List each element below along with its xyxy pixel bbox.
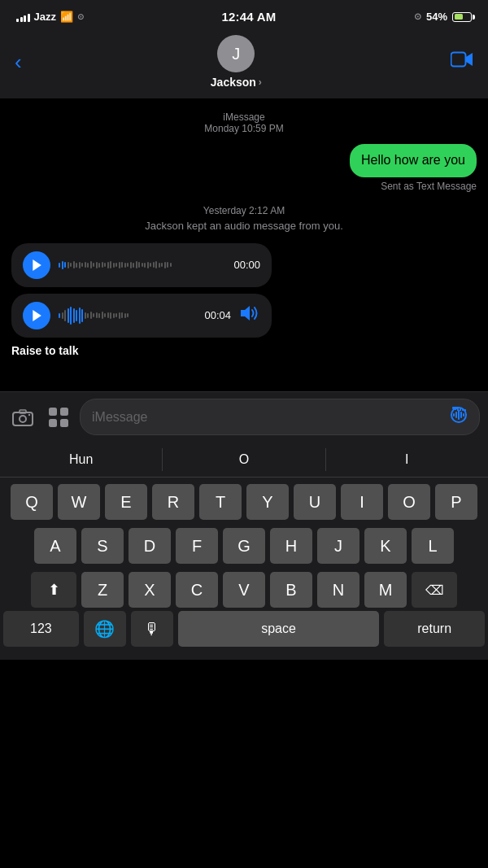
time-display: 12:44 AM: [222, 10, 277, 24]
message-placeholder[interactable]: iMessage: [92, 410, 443, 425]
status-bar: Jazz 📶 ⊙ 12:44 AM ⊙ 54%: [0, 0, 488, 28]
apps-button[interactable]: [44, 403, 73, 432]
key-a[interactable]: A: [34, 528, 76, 564]
camera-button[interactable]: [8, 403, 37, 432]
raise-to-talk-label: Raise to talk: [11, 344, 477, 357]
svg-rect-23: [460, 412, 462, 418]
svg-rect-11: [60, 419, 68, 427]
back-button[interactable]: ‹: [15, 50, 22, 75]
mic-key[interactable]: 🎙: [131, 611, 173, 647]
key-q[interactable]: Q: [11, 484, 53, 520]
svg-rect-0: [451, 53, 466, 67]
svg-rect-10: [49, 419, 57, 427]
key-p[interactable]: P: [435, 484, 477, 520]
space-key[interactable]: space: [178, 611, 379, 647]
key-g[interactable]: G: [223, 528, 265, 564]
status-left: Jazz 📶 ⊙: [16, 11, 84, 23]
predictive-word-1[interactable]: Hun: [0, 452, 162, 467]
signal-bars: [16, 12, 30, 22]
carrier-label: Jazz: [34, 11, 56, 23]
key-row-2: A S D F G H J K L: [3, 528, 485, 564]
shift-key[interactable]: ⬆: [31, 572, 76, 608]
svg-rect-9: [60, 408, 68, 416]
key-u[interactable]: U: [294, 484, 336, 520]
svg-rect-20: [453, 413, 455, 417]
message-input-container[interactable]: iMessage: [80, 399, 480, 435]
key-z[interactable]: Z: [81, 572, 124, 608]
avatar: J: [217, 35, 255, 72]
svg-point-5: [20, 416, 26, 422]
key-j[interactable]: J: [317, 528, 359, 564]
key-t[interactable]: T: [199, 484, 242, 520]
key-n[interactable]: N: [317, 572, 359, 608]
key-s[interactable]: S: [81, 528, 124, 564]
key-m[interactable]: M: [364, 572, 407, 608]
volume-icon[interactable]: [239, 304, 260, 326]
video-call-button[interactable]: [451, 50, 473, 73]
audio-info-text: Jackson kept an audio message from you.: [11, 220, 477, 232]
audio-message-1[interactable]: 00:00: [11, 243, 272, 287]
key-d[interactable]: D: [129, 528, 171, 564]
chat-area: iMessage Monday 10:59 PM Hello how are y…: [0, 98, 488, 391]
audio-input-icon[interactable]: [450, 406, 468, 428]
play-button-1[interactable]: [23, 251, 50, 279]
nav-bar: ‹ J Jackson ›: [0, 28, 488, 98]
return-key[interactable]: return: [384, 611, 485, 647]
bottom-key-row: 123 🌐 🎙 space return: [0, 611, 488, 660]
audio-time-2: 00:04: [204, 309, 231, 321]
svg-rect-22: [458, 410, 460, 420]
screen-record-label: ⊙: [414, 11, 421, 22]
imessage-label: iMessage: [11, 111, 477, 123]
svg-rect-24: [463, 413, 464, 417]
key-row-3: ⬆ Z X C V B N M ⌫: [3, 572, 485, 608]
key-h[interactable]: H: [270, 528, 312, 564]
key-v[interactable]: V: [223, 572, 265, 608]
audio-message-2[interactable]: 00:04: [11, 294, 272, 338]
svg-rect-8: [49, 408, 57, 416]
key-f[interactable]: F: [176, 528, 218, 564]
svg-marker-3: [241, 306, 250, 321]
key-i[interactable]: I: [341, 484, 383, 520]
num-key[interactable]: 123: [3, 611, 79, 647]
contact-name: Jackson ›: [211, 76, 262, 89]
message-bubble: Hello how are you: [350, 144, 477, 177]
key-e[interactable]: E: [105, 484, 147, 520]
key-row-1: Q W E R T Y U I O P: [3, 484, 485, 520]
key-rows: Q W E R T Y U I O P A S D F G H J K L ⬆ …: [0, 478, 488, 611]
status-right: ⊙ 54%: [414, 11, 472, 23]
key-c[interactable]: C: [176, 572, 218, 608]
battery-percentage: 54%: [426, 11, 447, 23]
play-button-2[interactable]: [23, 302, 50, 329]
battery-indicator: [452, 12, 472, 22]
globe-key[interactable]: 🌐: [84, 611, 126, 647]
contact-info[interactable]: J Jackson ›: [211, 35, 262, 89]
predictive-word-3[interactable]: I: [326, 452, 488, 467]
key-b[interactable]: B: [270, 572, 312, 608]
message-row-outgoing: Hello how are you: [11, 144, 477, 177]
delete-key[interactable]: ⌫: [412, 572, 457, 608]
svg-point-7: [28, 413, 30, 415]
input-toolbar: iMessage: [0, 391, 488, 442]
date-label: Monday 10:59 PM: [11, 123, 477, 134]
sent-as-label: Sent as Text Message: [11, 181, 477, 192]
key-w[interactable]: W: [58, 484, 100, 520]
key-k[interactable]: K: [364, 528, 407, 564]
svg-marker-1: [33, 260, 41, 271]
svg-marker-2: [33, 310, 41, 321]
waveform-2: [59, 306, 196, 325]
key-l[interactable]: L: [412, 528, 454, 564]
audio-time-1: 00:00: [233, 259, 260, 271]
chevron-icon: ›: [259, 76, 262, 88]
wifi-icon: 📶: [60, 11, 73, 23]
key-r[interactable]: R: [152, 484, 194, 520]
screen-record-icon: ⊙: [77, 12, 84, 21]
key-o[interactable]: O: [388, 484, 430, 520]
predictive-bar: Hun O I: [0, 442, 488, 478]
keyboard: Hun O I Q W E R T Y U I O P A S D F G H …: [0, 442, 488, 660]
svg-rect-21: [455, 412, 457, 418]
predictive-word-2[interactable]: O: [163, 452, 325, 467]
key-x[interactable]: X: [129, 572, 171, 608]
key-y[interactable]: Y: [246, 484, 289, 520]
audio-timestamp: Yesterday 2:12 AM: [11, 205, 477, 216]
chat-timestamp: iMessage Monday 10:59 PM: [11, 111, 477, 134]
